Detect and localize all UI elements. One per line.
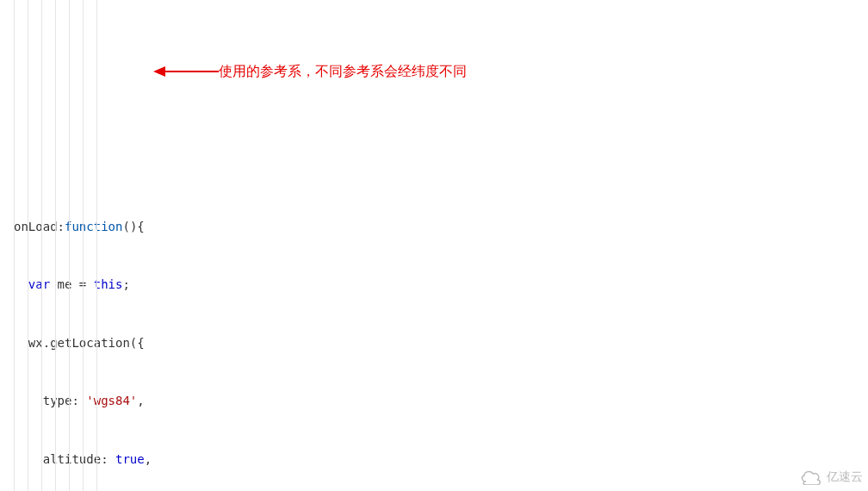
keyword-this: this <box>94 277 123 291</box>
arrow-left-icon <box>153 64 219 79</box>
code-text: type: <box>14 394 86 407</box>
code-text: me = <box>50 277 94 291</box>
code-line: altitude: true, <box>14 450 868 469</box>
code-text: onLoad: <box>14 220 65 233</box>
code-text: altitude: <box>14 452 115 466</box>
keyword-true: true <box>115 452 145 466</box>
cloud-icon <box>799 468 823 485</box>
annotation-callout: 使用的参考系，不同参考系会经纬度不同 <box>153 62 467 82</box>
svg-marker-1 <box>153 66 165 77</box>
code-text: ; <box>122 277 129 291</box>
code-text <box>14 277 28 291</box>
keyword-var: var <box>28 277 50 291</box>
code-line: wx.getLocation({ <box>14 333 868 353</box>
annotation-text: 使用的参考系，不同参考系会经纬度不同 <box>219 62 467 82</box>
watermark: 亿速云 <box>799 467 863 487</box>
string-literal: 'wgs84' <box>86 394 137 407</box>
keyword-function: function <box>65 220 122 233</box>
code-text: , <box>145 452 152 466</box>
code-text: wx.getLocation({ <box>14 336 145 350</box>
code-line: type: 'wgs84', <box>14 391 868 411</box>
code-line: onLoad:function(){ <box>14 217 868 237</box>
code-text: , <box>137 394 144 407</box>
code-line: var me = this; <box>14 275 868 295</box>
watermark-text: 亿速云 <box>827 467 863 487</box>
code-text: (){ <box>122 220 144 233</box>
